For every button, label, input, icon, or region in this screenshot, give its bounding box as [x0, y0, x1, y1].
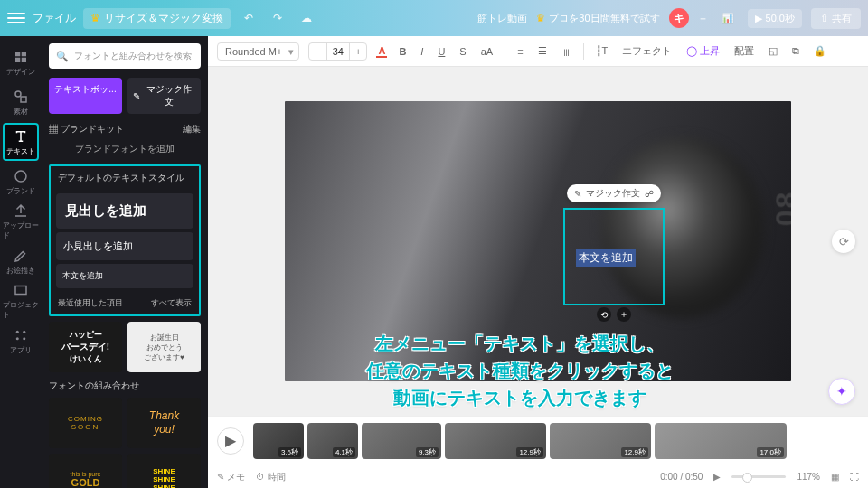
rail-draw[interactable]: お絵描き [3, 242, 39, 280]
rail-brand[interactable]: ブランド [3, 163, 39, 201]
font-combo-label: フォントの組み合わせ [49, 380, 201, 392]
link-button[interactable]: ⧉ [789, 43, 802, 59]
rail-project[interactable]: プロジェクト [3, 282, 39, 320]
font-color-button[interactable]: A [376, 45, 387, 58]
recent-label: 最近使用した項目 [58, 297, 123, 309]
font-family-select[interactable]: Rounded M+ [217, 42, 299, 61]
crown-icon: ♛ [536, 13, 545, 24]
cloud-save-icon[interactable]: ☁ [296, 7, 317, 29]
file-menu[interactable]: ファイル [33, 11, 76, 26]
template-thumb[interactable]: COMING SOON [49, 398, 122, 448]
rail-design[interactable]: デザイン [3, 43, 39, 81]
styles-header: デフォルトのテキストスタイル [51, 166, 199, 190]
animate-button[interactable]: ◯ 上昇 [684, 42, 722, 60]
fullscreen-icon[interactable]: ⛶ [850, 472, 859, 482]
svg-point-6 [15, 171, 26, 182]
svg-rect-7 [15, 286, 26, 295]
redo-button[interactable]: ↷ [267, 7, 288, 29]
link-icon[interactable]: ☍ [645, 189, 654, 199]
zoom-value[interactable]: 117% [797, 472, 820, 482]
rail-text[interactable]: テキスト [3, 123, 39, 161]
template-thumb[interactable]: ハッピー バースデイ! けいくん [49, 322, 122, 372]
magic-write-popup[interactable]: ✎ マジック作文 ☍ [567, 184, 661, 202]
underline-button[interactable]: U [435, 44, 448, 59]
assist-button[interactable]: ✦ [828, 378, 855, 405]
position-button[interactable]: 配置 [731, 42, 757, 60]
timeline-clip[interactable]: 12.9秒 [550, 423, 651, 459]
pro-trial-button[interactable]: ♛プロを30日間無料で試す [536, 12, 659, 25]
add-brand-font[interactable]: ブランドフォントを追加 [49, 143, 201, 155]
crown-icon: ♛ [90, 12, 100, 24]
play-duration-button[interactable]: ▶ 50.0秒 [748, 9, 802, 28]
canvas-area[interactable]: ✎ マジック作文 ☍ 本文を追加 ⟲ ＋ ⟳ [208, 67, 868, 416]
add-handle[interactable]: ＋ [617, 307, 631, 322]
bottom-bar: ✎ メモ ⏱ 時間 0:00 / 0:50 ▶ 117% ▦ ⛶ [208, 465, 868, 488]
align-button[interactable]: ≡ [514, 44, 525, 59]
template-thumb[interactable]: お誕生日 おめでとう ございます♥ [127, 322, 201, 372]
svg-rect-0 [15, 52, 20, 56]
zoom-slider[interactable] [731, 475, 786, 478]
timeline-play-button[interactable]: ▶ [217, 427, 244, 455]
template-thumb[interactable]: SHINESHINESHINE [127, 454, 201, 488]
magic-wand-icon: ✎ [574, 189, 581, 199]
svg-point-9 [23, 330, 25, 333]
search-icon: 🔍 [56, 51, 69, 62]
video-frame[interactable]: ✎ マジック作文 ☍ 本文を追加 ⟲ ＋ [285, 101, 791, 381]
memo-button[interactable]: ✎ メモ [217, 471, 245, 483]
svg-point-11 [23, 337, 25, 340]
time-button[interactable]: ⏱ 時間 [256, 471, 286, 483]
rail-upload[interactable]: アップロード [3, 202, 39, 240]
magic-write-button[interactable]: ✎ マジック作文 [127, 78, 201, 114]
add-textbox-button[interactable]: テキストボッ... [49, 78, 122, 114]
share-button[interactable]: ⇧ 共有 [811, 8, 861, 29]
transparency-button[interactable]: ◱ [766, 43, 780, 59]
vertical-text-button[interactable]: ┇T [593, 43, 611, 59]
search-input[interactable]: 🔍 フォントと組み合わせを検索 [49, 43, 201, 69]
resize-magic-button[interactable]: ♛リサイズ＆マジック変換 [83, 8, 231, 29]
add-body-text[interactable]: 本文を追加 [56, 264, 193, 288]
document-title[interactable]: 筋トレ動画 [477, 12, 527, 25]
italic-button[interactable]: I [418, 44, 426, 59]
refresh-button[interactable]: ⟳ [832, 230, 855, 253]
font-size-value[interactable]: 34 [326, 43, 350, 60]
brand-kit-label: ▦ ブランドキット [49, 123, 124, 136]
text-input-content[interactable]: 本文を追加 [576, 249, 636, 267]
svg-point-4 [15, 91, 21, 97]
timeline-clip[interactable]: 4.1秒 [307, 423, 358, 459]
template-thumb[interactable]: this is pure GOLD [49, 454, 122, 488]
size-minus[interactable]: − [309, 43, 326, 60]
case-button[interactable]: aA [478, 44, 495, 59]
strike-button[interactable]: S [457, 44, 468, 59]
add-button[interactable]: ＋ [698, 12, 708, 25]
selected-text-element[interactable]: ✎ マジック作文 ☍ 本文を追加 ⟲ ＋ [563, 208, 665, 305]
rail-elements[interactable]: 素材 [3, 83, 39, 121]
timeline: ▶ 3.6秒 4.1秒 9.3秒 12.9秒 12.9秒 17.0秒 [208, 416, 868, 465]
analytics-icon[interactable]: 📊 [717, 7, 739, 29]
timeline-clip[interactable]: 3.6秒 [253, 423, 304, 459]
rail-app[interactable]: アプリ [3, 322, 39, 360]
spacing-button[interactable]: ⫼ [559, 44, 574, 59]
show-all-link[interactable]: すべて表示 [151, 297, 192, 309]
timeline-clip[interactable]: 12.9秒 [445, 423, 546, 459]
rotate-handle[interactable]: ⟲ [597, 307, 611, 322]
template-thumb[interactable]: Thankyou! [127, 398, 201, 448]
grid-view-icon[interactable]: ▦ [831, 472, 839, 482]
bold-button[interactable]: B [396, 44, 409, 59]
context-toolbar: Rounded M+ − 34 + A B I U S aA ≡ ☰ ⫼ ┇T … [208, 36, 868, 67]
hamburger-menu[interactable] [7, 9, 25, 27]
timeline-clip[interactable]: 17.0秒 [655, 423, 787, 459]
lock-button[interactable]: 🔒 [811, 43, 829, 59]
add-subheading[interactable]: 小見出しを追加 [56, 232, 193, 260]
undo-button[interactable]: ↶ [238, 7, 259, 29]
timeline-clip[interactable]: 9.3秒 [362, 423, 441, 459]
text-panel: 🔍 フォントと組み合わせを検索 テキストボッ... ✎ マジック作文 ▦ ブラン… [42, 36, 208, 488]
effects-button[interactable]: エフェクト [619, 42, 675, 60]
list-button[interactable]: ☰ [535, 43, 550, 59]
brand-edit-link[interactable]: 編集 [183, 123, 201, 136]
add-heading[interactable]: 見出しを追加 [56, 193, 193, 229]
timeline-play-icon[interactable]: ▶ [713, 472, 721, 482]
user-avatar[interactable]: キ [669, 8, 689, 28]
size-plus[interactable]: + [350, 43, 366, 60]
svg-point-8 [16, 330, 19, 333]
font-size-stepper[interactable]: − 34 + [308, 42, 367, 61]
